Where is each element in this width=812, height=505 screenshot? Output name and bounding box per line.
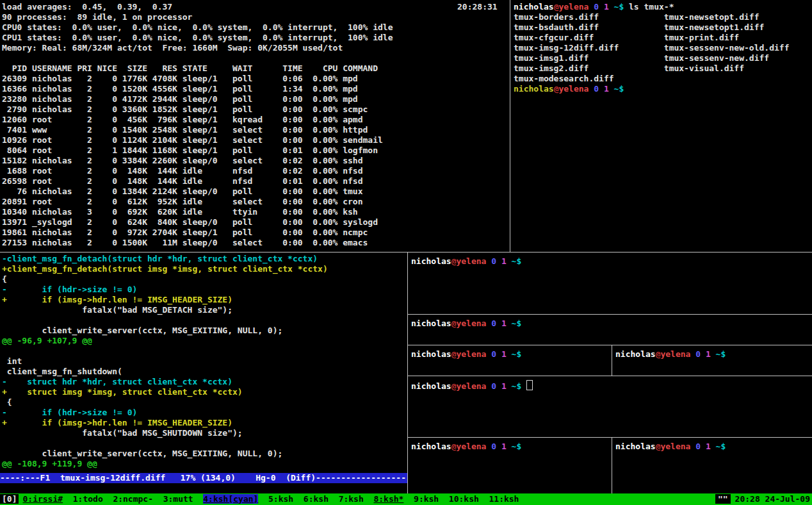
diff-line: + if (imsg->hdr.len != IMSG_HEADER_SIZE) bbox=[2, 418, 409, 428]
prompt-segment: 1 bbox=[706, 349, 711, 359]
tmux-terminal: load averages: 0.45, 0.39, 0.3720:28:31 … bbox=[0, 0, 812, 505]
pane-title: "" bbox=[715, 494, 731, 504]
prompt-segment: nicholas bbox=[411, 381, 451, 391]
window-tab-11[interactable]: 11:ksh bbox=[489, 494, 519, 504]
modeline-prefix: ----:---F1 bbox=[0, 473, 60, 483]
window-tab-0[interactable]: 0:irssi# bbox=[22, 494, 63, 504]
diff-line: client_write_server(cctx, MSG_EXITING, N… bbox=[2, 326, 409, 336]
prompt-segment: 0 bbox=[491, 442, 496, 451]
window-tab-5[interactable]: 5:ksh bbox=[268, 494, 293, 504]
prompt-segment: ~$ bbox=[716, 349, 731, 359]
prompt-segment: nicholas bbox=[514, 2, 554, 12]
prompt-segment: 0 bbox=[594, 84, 599, 94]
prompt-segment: yelena bbox=[660, 442, 690, 451]
pane-shell-1[interactable]: nicholas@yelena 0 1 ~$ bbox=[408, 252, 812, 318]
diff-line: - struct hdr *hdr, struct client_ctx *cc… bbox=[2, 377, 409, 387]
window-tab-7[interactable]: 7:ksh bbox=[339, 494, 364, 504]
prompt-segment: yelena bbox=[456, 349, 486, 359]
load-averages: load averages: 0.45, 0.39, 0.37 bbox=[2, 2, 172, 12]
prompt-segment: 1 bbox=[706, 442, 711, 451]
window-list: 0:irssi# 1:todo 2:ncmpc- 3:mutt 4:ksh[cy… bbox=[22, 494, 519, 504]
pane-shell-ls[interactable]: nicholas@yelena 0 1 ~$ ls tmux-* tmux-bo… bbox=[510, 0, 812, 254]
prompt-segment: yelena bbox=[456, 381, 486, 391]
prompt-segment: 1 bbox=[501, 381, 507, 391]
pane-border-right-3 bbox=[408, 376, 812, 376]
prompt-segment: 1 bbox=[604, 2, 609, 12]
diff-line: client_write_server(cctx, MSG_EXITING, N… bbox=[2, 449, 409, 459]
prompt-segment: 1 bbox=[604, 84, 609, 94]
modeline-status: 17% (134,0) Hg-0 (Diff)-----------------… bbox=[165, 473, 406, 483]
pane-shell-4[interactable]: nicholas@yelena 0 1 ~$ bbox=[612, 345, 812, 379]
session-name: [0] bbox=[0, 494, 19, 504]
shell-prompt: nicholas@yelena 0 1 ~$ bbox=[411, 319, 526, 328]
prompt-segment: 1 bbox=[501, 442, 507, 451]
window-tab-6[interactable]: 6:ksh bbox=[304, 494, 329, 504]
pane-shell-2[interactable]: nicholas@yelena 0 1 ~$ bbox=[408, 315, 812, 349]
prompt-segment bbox=[496, 381, 501, 391]
pane-border-right-1 bbox=[408, 314, 812, 315]
prompt-segment bbox=[496, 442, 501, 451]
prompt-segment: 0 bbox=[491, 349, 496, 359]
top-summary: 90 processes: 89 idle, 1 on processor CP… bbox=[2, 12, 512, 53]
diff-line: int bbox=[2, 356, 409, 367]
diff-line bbox=[2, 438, 409, 449]
pane-border-horizontal-middle bbox=[0, 252, 812, 252]
prompt-segment: ~$ bbox=[512, 349, 526, 359]
shell-prompt: nicholas@yelena 0 1 ~$ bbox=[411, 442, 526, 451]
pane-shell-6[interactable]: nicholas@yelena 0 1 ~$ bbox=[408, 438, 615, 497]
shell-command: ls tmux-* bbox=[629, 2, 674, 12]
window-tab-8[interactable]: 8:ksh* bbox=[373, 494, 403, 504]
pane-shell-5-active[interactable]: nicholas@yelena 0 1 ~$ bbox=[408, 376, 812, 441]
status-clock: 20:28 24-Jul-09 bbox=[735, 494, 810, 504]
pane-border-right-2 bbox=[408, 345, 812, 345]
ls-output: tmux-borders.diff tmux-newsetopt.diff tm… bbox=[514, 12, 812, 84]
pane-border-right-4 bbox=[408, 437, 812, 438]
shell-prompt: nicholas@yelena 0 1 ~$ bbox=[615, 442, 731, 451]
prompt-segment: ~$ bbox=[512, 381, 526, 391]
prompt-segment: yelena bbox=[558, 2, 589, 12]
prompt-segment bbox=[701, 442, 706, 451]
prompt-segment: yelena bbox=[456, 256, 486, 266]
pane-border-vertical-top bbox=[510, 0, 510, 252]
shell-prompt: nicholas@yelena 0 1 ~$ bbox=[411, 349, 526, 359]
pane-shell-7[interactable]: nicholas@yelena 0 1 ~$ bbox=[612, 438, 812, 497]
prompt-segment: yelena bbox=[558, 84, 589, 94]
diff-line: { bbox=[2, 397, 409, 408]
window-tab-9[interactable]: 9:ksh bbox=[414, 494, 439, 504]
window-tab-1[interactable]: 1:todo bbox=[73, 494, 103, 504]
diff-line: fatalx("bad MSG_DETACH size"); bbox=[2, 305, 409, 315]
prompt-segment: 1 bbox=[501, 319, 507, 328]
window-tab-3[interactable]: 3:mutt bbox=[163, 494, 193, 504]
prompt-segment: 0 bbox=[491, 381, 496, 391]
status-bar: [0]0:irssi# 1:todo 2:ncmpc- 3:mutt 4:ksh… bbox=[0, 493, 812, 505]
window-tab-2[interactable]: 2:ncmpc- bbox=[113, 494, 153, 504]
modeline-filename: tmux-imsg-12diff.diff bbox=[60, 473, 165, 483]
top-clock: 20:28:31 bbox=[457, 2, 498, 12]
pane-top-monitor[interactable]: load averages: 0.45, 0.39, 0.3720:28:31 … bbox=[0, 0, 512, 254]
diff-line: @@ -108,9 +119,9 @@ bbox=[2, 459, 409, 469]
prompt-segment: yelena bbox=[456, 442, 486, 451]
diff-content: -client_msg_fn_detach(struct hdr *hdr, s… bbox=[2, 254, 409, 469]
prompt-segment bbox=[496, 319, 501, 328]
prompt-segment bbox=[496, 256, 501, 266]
prompt-segment: nicholas bbox=[615, 442, 656, 451]
window-tab-4[interactable]: 4:ksh[cyan] bbox=[203, 494, 258, 504]
prompt-segment: 1 bbox=[501, 349, 507, 359]
prompt-segment bbox=[599, 84, 604, 94]
prompt-segment bbox=[711, 442, 716, 451]
prompt-segment bbox=[507, 442, 512, 451]
prompt-segment bbox=[507, 256, 512, 266]
prompt-segment bbox=[701, 349, 706, 359]
prompt-segment: nicholas bbox=[411, 442, 451, 451]
pane-border-split-3 bbox=[612, 345, 612, 376]
diff-line: fatalx("bad MSG_SHUTDOWN size"); bbox=[2, 428, 409, 438]
pane-shell-3[interactable]: nicholas@yelena 0 1 ~$ bbox=[408, 345, 615, 379]
prompt-segment bbox=[609, 84, 614, 94]
prompt-segment: 0 bbox=[491, 319, 496, 328]
prompt-segment: ~$ bbox=[512, 319, 526, 328]
process-table: PID USERNAME PRI NICE SIZE RES STATE WAI… bbox=[2, 63, 512, 248]
shell-prompt: nicholas@yelena 0 1 ~$ bbox=[615, 349, 731, 359]
window-tab-10[interactable]: 10:ksh bbox=[449, 494, 479, 504]
pane-emacs-diff[interactable]: -client_msg_fn_detach(struct hdr *hdr, s… bbox=[0, 252, 409, 495]
diff-line: { bbox=[2, 274, 409, 285]
